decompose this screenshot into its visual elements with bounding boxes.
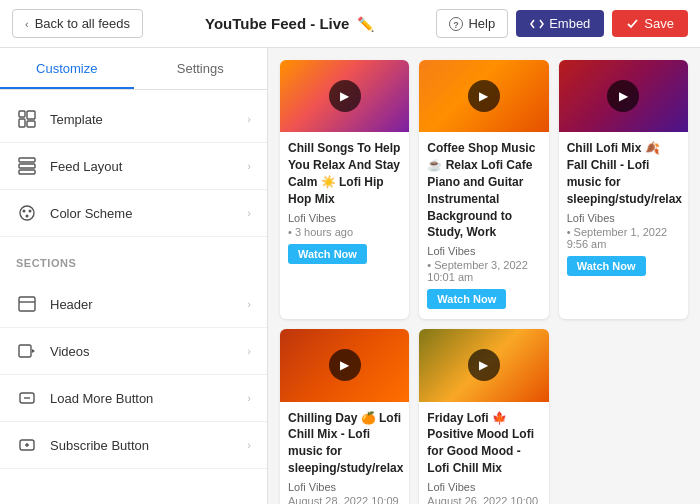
chevron-right-icon: › — [247, 160, 251, 172]
template-icon — [16, 108, 38, 130]
sidebar-item-feed-layout[interactable]: Feed Layout › — [0, 143, 267, 190]
video-thumbnail[interactable]: ▶ — [419, 60, 548, 132]
sidebar-item-color-scheme[interactable]: Color Scheme › — [0, 190, 267, 237]
video-date: August 28, 2022 10:09 am — [288, 495, 401, 504]
svg-rect-2 — [19, 111, 25, 117]
video-grid: ▶ Chill Songs To Help You Relax And Stay… — [280, 60, 688, 504]
video-card: ▶ Friday Lofi 🍁 Positive Mood Lofi for G… — [419, 329, 548, 504]
chevron-right-icon: › — [247, 345, 251, 357]
play-button[interactable]: ▶ — [607, 80, 639, 112]
videos-label: Videos — [50, 344, 235, 359]
svg-point-9 — [20, 206, 34, 220]
help-icon: ? — [449, 17, 463, 31]
video-channel: Lofi Vibes — [288, 481, 401, 493]
sidebar-item-load-more-button[interactable]: Load More Button › — [0, 375, 267, 422]
chevron-right-icon: › — [247, 113, 251, 125]
video-channel: Lofi Vibes — [567, 212, 680, 224]
check-icon — [626, 17, 639, 30]
video-thumbnail[interactable]: ▶ — [419, 329, 548, 401]
svg-marker-16 — [32, 349, 35, 353]
play-button[interactable]: ▶ — [329, 349, 361, 381]
svg-rect-13 — [19, 297, 35, 311]
color-scheme-label: Color Scheme — [50, 206, 235, 221]
video-info: Chill Songs To Help You Relax And Stay C… — [280, 132, 409, 273]
feed-layout-label: Feed Layout — [50, 159, 235, 174]
save-button[interactable]: Save — [612, 10, 688, 37]
main-layout: Customize Settings Template › — [0, 48, 700, 504]
sidebar-item-template[interactable]: Template › — [0, 96, 267, 143]
svg-rect-6 — [19, 158, 35, 162]
video-date: • 3 hours ago — [288, 226, 401, 238]
svg-point-11 — [29, 210, 32, 213]
play-button[interactable]: ▶ — [468, 80, 500, 112]
embed-icon — [530, 17, 544, 31]
topbar-actions: ? Help Embed Save — [436, 9, 688, 38]
svg-rect-7 — [19, 164, 35, 168]
watch-now-button[interactable]: Watch Now — [427, 289, 506, 309]
svg-rect-5 — [27, 121, 35, 127]
chevron-right-icon: › — [247, 439, 251, 451]
play-button[interactable]: ▶ — [329, 80, 361, 112]
video-info: Chilling Day 🍊 Lofi Chill Mix - Lofi mus… — [280, 402, 409, 504]
load-more-label: Load More Button — [50, 391, 235, 406]
embed-button[interactable]: Embed — [516, 10, 604, 37]
svg-rect-3 — [19, 119, 25, 127]
svg-point-12 — [26, 215, 29, 218]
load-more-icon — [16, 387, 38, 409]
sidebar: Customize Settings Template › — [0, 48, 268, 504]
video-info: Chill Lofi Mix 🍂 Fall Chill - Lofi music… — [559, 132, 688, 285]
video-info: Coffee Shop Music ☕ Relax Lofi Cafe Pian… — [419, 132, 548, 319]
sections-group: Header › Videos › — [0, 275, 267, 475]
svg-point-10 — [23, 210, 26, 213]
sidebar-item-subscribe-button[interactable]: Subscribe Button › — [0, 422, 267, 469]
video-thumbnail[interactable]: ▶ — [280, 329, 409, 401]
watch-now-button[interactable]: Watch Now — [288, 244, 367, 264]
svg-rect-8 — [19, 170, 35, 174]
video-card: ▶ Chilling Day 🍊 Lofi Chill Mix - Lofi m… — [280, 329, 409, 504]
sections-label: SECTIONS — [0, 243, 267, 275]
video-date: August 26, 2022 10:00 am — [427, 495, 540, 504]
chevron-left-icon: ‹ — [25, 18, 29, 30]
sidebar-item-header[interactable]: Header › — [0, 281, 267, 328]
video-title: Chilling Day 🍊 Lofi Chill Mix - Lofi mus… — [288, 410, 401, 477]
embed-label: Embed — [549, 16, 590, 31]
back-to-feeds-button[interactable]: ‹ Back to all feeds — [12, 9, 143, 38]
header-icon — [16, 293, 38, 315]
sidebar-item-videos[interactable]: Videos › — [0, 328, 267, 375]
svg-rect-4 — [27, 111, 35, 119]
save-label: Save — [644, 16, 674, 31]
video-title: Chill Lofi Mix 🍂 Fall Chill - Lofi music… — [567, 140, 680, 207]
tab-settings[interactable]: Settings — [134, 48, 268, 89]
feed-title-area: YouTube Feed - Live ✏️ — [205, 15, 374, 32]
svg-text:?: ? — [454, 20, 460, 30]
video-info: Friday Lofi 🍁 Positive Mood Lofi for Goo… — [419, 402, 548, 504]
color-scheme-icon — [16, 202, 38, 224]
video-channel: Lofi Vibes — [288, 212, 401, 224]
chevron-right-icon: › — [247, 298, 251, 310]
play-button[interactable]: ▶ — [468, 349, 500, 381]
videos-icon — [16, 340, 38, 362]
help-button[interactable]: ? Help — [436, 9, 508, 38]
chevron-right-icon: › — [247, 207, 251, 219]
subscribe-icon — [16, 434, 38, 456]
subscribe-label: Subscribe Button — [50, 438, 235, 453]
video-title: Friday Lofi 🍁 Positive Mood Lofi for Goo… — [427, 410, 540, 477]
feed-layout-icon — [16, 155, 38, 177]
watch-now-button[interactable]: Watch Now — [567, 256, 646, 276]
video-thumbnail[interactable]: ▶ — [280, 60, 409, 132]
video-card: ▶ Chill Songs To Help You Relax And Stay… — [280, 60, 409, 319]
feed-title-text: YouTube Feed - Live — [205, 15, 349, 32]
tab-customize[interactable]: Customize — [0, 48, 134, 89]
video-channel: Lofi Vibes — [427, 245, 540, 257]
video-title: Coffee Shop Music ☕ Relax Lofi Cafe Pian… — [427, 140, 540, 241]
video-date: • September 1, 2022 9:56 am — [567, 226, 680, 250]
video-card: ▶ Chill Lofi Mix 🍂 Fall Chill - Lofi mus… — [559, 60, 688, 319]
video-title: Chill Songs To Help You Relax And Stay C… — [288, 140, 401, 207]
sidebar-tabs: Customize Settings — [0, 48, 267, 90]
header-label: Header — [50, 297, 235, 312]
back-label: Back to all feeds — [35, 16, 130, 31]
video-thumbnail[interactable]: ▶ — [559, 60, 688, 132]
video-channel: Lofi Vibes — [427, 481, 540, 493]
edit-icon[interactable]: ✏️ — [357, 16, 374, 32]
svg-rect-15 — [19, 345, 31, 357]
